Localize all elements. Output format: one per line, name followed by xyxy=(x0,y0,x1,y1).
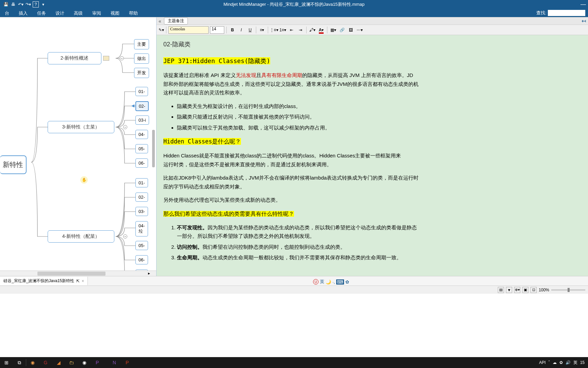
subnode[interactable]: 05- xyxy=(135,144,148,153)
list-item: 访问控制。我们希望在访问控制静态类的同时，也能控制到动态生成的类。 xyxy=(177,243,581,251)
zoom-slider[interactable] xyxy=(551,289,585,291)
menu-item[interactable]: 帮助 xyxy=(124,9,143,17)
collapse-icon[interactable]: − xyxy=(120,56,124,60)
search-label: 查找: xyxy=(536,10,546,16)
bold-button[interactable]: B xyxy=(229,26,236,34)
notes-content[interactable]: 02-隐藏类 JEP 371:Hidden Classes(隐藏类) 该提案通过… xyxy=(157,35,588,276)
subnode[interactable]: 04- 垃 xyxy=(135,221,148,236)
list-item: 隐藏类可以独立于其他类加载、卸载，这可以减少框架的内存占用。 xyxy=(177,123,581,132)
subnode[interactable]: 02- xyxy=(135,193,148,202)
tray-icon[interactable]: ☁ xyxy=(553,360,557,365)
subnode[interactable]: 开发 xyxy=(134,68,149,78)
question-heading: 那么我们希望这些动态生成的类需要具有什么特性呢？ xyxy=(163,211,294,217)
subnode[interactable]: 01- xyxy=(135,87,148,96)
document-tabs: 硅谷_宋红康_波澜不惊的Java15新特性 ⇱ × xyxy=(0,276,588,286)
search-input[interactable] xyxy=(548,10,585,16)
minimize-icon[interactable]: — xyxy=(581,1,586,7)
document-tab[interactable]: 硅谷_宋红康_波澜不惊的Java15新特性 ⇱ × xyxy=(0,277,88,285)
underline-button[interactable]: U xyxy=(246,26,254,34)
italic-button[interactable]: I xyxy=(238,26,245,34)
menu-item[interactable]: 任务 xyxy=(32,9,51,17)
subnode[interactable]: 01- xyxy=(135,178,148,187)
save-icon[interactable]: 💾 xyxy=(3,1,9,7)
menu-item[interactable]: 审阅 xyxy=(87,9,106,17)
tray-icon[interactable]: 🔊 xyxy=(566,360,571,365)
tab-close-icon[interactable]: × xyxy=(82,279,84,283)
subnode[interactable]: 主要 xyxy=(134,39,149,49)
notes-expand-icon[interactable]: ↤ xyxy=(582,18,586,24)
image-button[interactable]: 🖼 xyxy=(347,26,355,34)
collapse-icon[interactable]: − xyxy=(123,125,127,129)
ordered-list: 不可发现性。因为我们是为某些静态的类动态生成的动态类，所以我们希望把这个动态生成… xyxy=(177,223,581,262)
root-node[interactable]: 新特性 xyxy=(0,155,27,174)
bullet-list-button[interactable]: ⋮≡▾ xyxy=(270,26,278,34)
app-icon[interactable]: G xyxy=(39,357,52,368)
chrome-icon[interactable]: ◉ xyxy=(78,357,91,368)
powerpoint-icon[interactable]: P xyxy=(121,357,134,368)
list-item: 生命周期。动态生成类的生命周期一般都比较短，我们并不需要将其保存和静态类的生命周… xyxy=(177,253,581,262)
app-icon[interactable]: ◉ xyxy=(26,357,39,368)
app-icon[interactable]: P xyxy=(91,357,104,368)
highlight-button[interactable]: 🖍▾ xyxy=(309,26,316,34)
filter-icon[interactable]: ▼ xyxy=(506,287,512,293)
tab-pin-icon[interactable]: ⇱ xyxy=(76,279,80,283)
tray-api[interactable]: API xyxy=(539,360,545,365)
scroll-right-icon[interactable]: ▸ xyxy=(148,271,150,276)
number-list-button[interactable]: 1≡▾ xyxy=(279,26,287,34)
subnode-selected[interactable]: 02- xyxy=(135,101,149,111)
undo-icon[interactable]: ↶▾ xyxy=(18,1,24,7)
font-size-select[interactable]: 14 xyxy=(210,26,224,34)
subnode[interactable]: 06- xyxy=(135,255,148,264)
fit-icon[interactable]: ⊡ xyxy=(530,287,537,293)
node-3[interactable]: 3-新特性（主菜） xyxy=(48,121,114,133)
subnode[interactable]: 做出 xyxy=(134,53,149,64)
table-button[interactable]: ▦▾ xyxy=(329,26,337,34)
font-color-button[interactable]: A▾ xyxy=(317,26,325,34)
menu-item[interactable]: 插入 xyxy=(14,9,32,17)
more-button[interactable]: ⋯▾ xyxy=(356,26,363,34)
vertical-scrollbar[interactable] xyxy=(152,130,155,167)
link-button[interactable]: 🔗 xyxy=(338,26,346,34)
collapse-icon[interactable]: − xyxy=(123,234,127,239)
tray-icon[interactable]: ✿ xyxy=(559,360,563,365)
status-icon[interactable]: ▤ xyxy=(498,287,504,293)
qat-dropdown-icon[interactable]: ▾ xyxy=(40,1,46,7)
menu-item[interactable]: 设计 xyxy=(51,9,69,17)
app-icon[interactable]: ◢ xyxy=(52,357,65,368)
subnode[interactable]: 03-i xyxy=(135,116,149,125)
jep-heading: JEP 371:Hidden Classes(隐藏类) xyxy=(163,57,270,64)
taskview-icon[interactable]: ⧉ xyxy=(13,357,26,368)
start-icon[interactable]: ⊞ xyxy=(0,357,13,368)
menu-item[interactable]: 高级 xyxy=(69,9,87,17)
print-icon[interactable]: 🖶 xyxy=(10,1,16,7)
align-left-button[interactable]: ≡▾ xyxy=(258,26,266,34)
menu-item[interactable]: 视图 xyxy=(106,9,124,17)
onenote-icon[interactable]: N xyxy=(108,357,121,368)
help-icon[interactable]: ? xyxy=(33,1,39,7)
notes-title: 02-隐藏类 xyxy=(163,39,581,50)
subnode[interactable]: 03- xyxy=(135,207,148,216)
outdent-button[interactable]: ⇤ xyxy=(288,26,295,34)
node-2[interactable]: 2-新特性概述 xyxy=(48,52,101,64)
tray-ime[interactable]: 英 xyxy=(573,360,577,366)
mindmap-canvas[interactable]: 新特性 2-新特性概述 − 主要 做出 开发 3-新特性（主菜） − 01- 0… xyxy=(0,17,157,276)
tray-chevron-icon[interactable]: ˆ xyxy=(549,360,550,365)
explorer-icon[interactable]: 🗀 xyxy=(65,357,78,368)
node-4[interactable]: 4-新特性（配菜） xyxy=(48,230,114,243)
subnode[interactable]: 06- xyxy=(135,158,148,168)
notes-pane: « 主题备注 ↤ ✎▾ Consolas 14 B I U ≡▾ ⋮≡▾ 1≡▾… xyxy=(157,17,588,276)
ime-toolbar[interactable]: U 英🌙·,⌨✿ xyxy=(313,279,349,285)
redo-icon[interactable]: ↷▾ xyxy=(25,1,31,7)
target-icon[interactable]: ⊕▾ xyxy=(514,287,520,293)
subnode[interactable]: 04- xyxy=(135,130,148,139)
toolbar-style-icon[interactable]: ✎▾ xyxy=(159,28,164,32)
horizontal-scrollbar[interactable]: ▸ xyxy=(0,271,156,276)
indent-button[interactable]: ⇥ xyxy=(297,26,304,34)
subnode[interactable]: 05- xyxy=(135,241,148,250)
view-icon[interactable]: ▣ xyxy=(522,287,528,293)
notes-nav-back-icon[interactable]: « xyxy=(159,18,161,24)
note-icon[interactable] xyxy=(103,56,109,61)
menu-item[interactable]: 台 xyxy=(0,9,14,17)
notes-tab[interactable]: 主题备注 xyxy=(164,17,188,25)
font-select[interactable]: Consolas xyxy=(168,26,209,34)
